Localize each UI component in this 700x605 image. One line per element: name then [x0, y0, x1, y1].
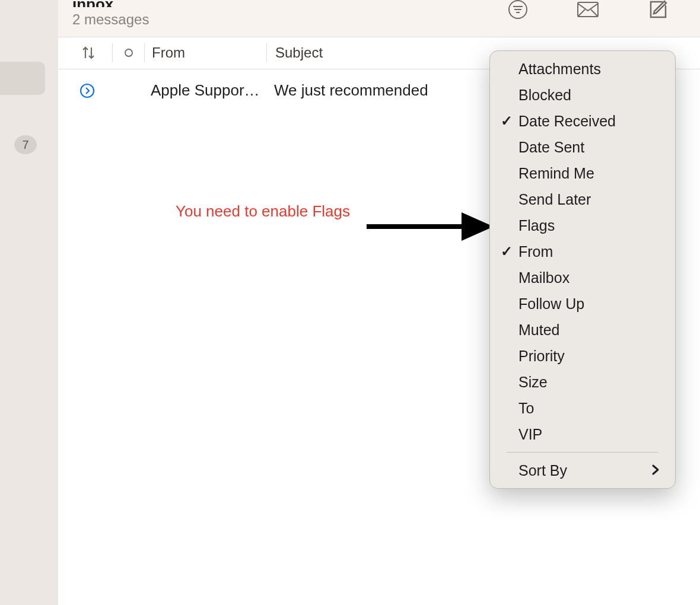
- menu-item-priority[interactable]: Priority: [490, 343, 675, 369]
- annotation-text: You need to enable Flags: [171, 202, 355, 222]
- toolbar-left: Inbox 2 messages: [72, 1, 149, 30]
- menu-item-muted[interactable]: Muted: [490, 317, 675, 343]
- thread-indicator-icon[interactable]: [75, 83, 113, 98]
- toolbar-right: [507, 1, 700, 18]
- menu-item-date-sent[interactable]: Date Sent: [490, 134, 675, 160]
- annotation-arrow-icon: [367, 210, 494, 243]
- menu-item-sort-by[interactable]: Sort By: [490, 457, 675, 483]
- menu-item-send-later[interactable]: Send Later: [490, 186, 675, 212]
- context-menu: Attachments Blocked Date Received Date S…: [489, 50, 676, 489]
- svg-marker-8: [462, 212, 494, 241]
- svg-point-5: [125, 49, 132, 56]
- menu-item-attachments[interactable]: Attachments: [490, 56, 675, 82]
- app-container: 7 Inbox 2 messages: [0, 0, 700, 605]
- filter-icon[interactable]: [507, 1, 529, 18]
- menu-item-to[interactable]: To: [490, 395, 675, 421]
- row-from: Apple Suppor…: [145, 81, 266, 100]
- menu-item-follow-up[interactable]: Follow Up: [490, 291, 675, 317]
- menu-item-from[interactable]: From: [490, 238, 675, 265]
- toolbar: Inbox 2 messages: [58, 0, 700, 37]
- menu-item-mailbox[interactable]: Mailbox: [490, 265, 675, 291]
- status-column-icon[interactable]: [113, 43, 145, 62]
- menu-item-flags[interactable]: Flags: [490, 212, 675, 238]
- menu-item-size[interactable]: Size: [490, 369, 675, 395]
- svg-point-6: [81, 84, 94, 97]
- sidebar: 7: [0, 0, 58, 605]
- menu-item-remind-me[interactable]: Remind Me: [490, 160, 675, 186]
- sort-by-label: Sort By: [518, 462, 567, 479]
- chevron-right-icon: [651, 462, 660, 479]
- envelope-icon[interactable]: [577, 1, 599, 18]
- sort-column-icon[interactable]: [75, 43, 113, 62]
- sidebar-badge[interactable]: 7: [14, 135, 37, 154]
- from-column-header[interactable]: From: [146, 43, 267, 62]
- menu-item-blocked[interactable]: Blocked: [490, 82, 675, 108]
- message-count: 2 messages: [72, 9, 149, 30]
- menu-separator: [507, 452, 658, 453]
- menu-item-date-received[interactable]: Date Received: [490, 108, 675, 134]
- main-area: Inbox 2 messages: [58, 0, 700, 605]
- menu-item-vip[interactable]: VIP: [490, 421, 675, 447]
- sidebar-selected-item[interactable]: [0, 62, 45, 95]
- mailbox-title: Inbox: [72, 1, 149, 7]
- compose-icon[interactable]: [647, 1, 669, 18]
- svg-rect-4: [578, 2, 598, 17]
